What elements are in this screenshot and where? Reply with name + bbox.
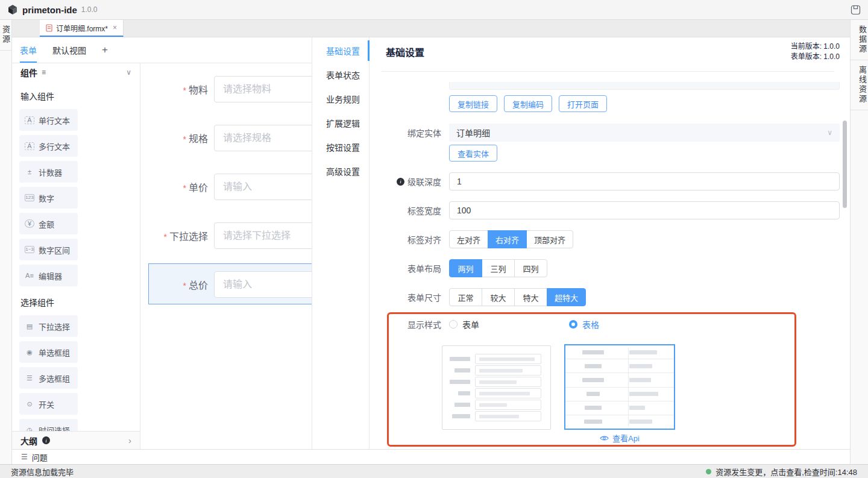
palette-item-amount[interactable]: ¥金额 [19,213,78,234]
unit-price-input[interactable] [214,174,312,200]
display-style-table-option[interactable]: 表格 [569,318,599,330]
settings-nav-button-settings[interactable]: 按钮设置 [312,135,369,159]
clock-icon: ◷ [25,426,34,432]
required-mark: * [183,183,186,193]
field-label: *总价 [140,277,214,292]
open-page-button[interactable]: 打开页面 [559,95,607,112]
right-panel-strip: 数据源 离线资源 [850,20,868,464]
form-size-group: 正常 较大 特大 超特大 [449,288,586,306]
app-logo-icon [7,4,18,15]
form-layout-row: 表单布局 两列 三列 四列 [377,259,848,277]
save-icon[interactable] [851,5,861,15]
palette-item-switch[interactable]: ⊙开关 [19,393,78,415]
menu-icon[interactable]: ≡ [42,68,46,77]
close-icon[interactable]: × [113,24,117,32]
tab-default-view[interactable]: 默认视图 [52,37,86,63]
sidebar-item-datasource[interactable]: 数据源 [851,25,868,54]
label-align-row: 标签对齐 左对齐 右对齐 顶部对齐 [377,230,848,248]
settings-title: 基础设置 [386,45,424,59]
dropdown-input[interactable] [214,222,312,249]
palette-item-label: 多选框组 [39,373,70,384]
outline-bar[interactable]: 大纲 › [12,431,140,449]
single-line-text-icon: A [25,116,34,124]
field-label-text: 规格 [189,134,208,144]
preview-column-divider [628,348,629,426]
palette-item-single-line-text[interactable]: A单行文本 [19,109,78,131]
palette-item-dropdown[interactable]: ▤下拉选择 [19,315,78,337]
material-input[interactable] [214,76,312,102]
size-normal-button[interactable]: 正常 [449,288,482,306]
copy-link-button[interactable]: 复制链接 [449,95,497,112]
align-top-button[interactable]: 顶部对齐 [526,230,573,248]
view-entity-button[interactable]: 查看实体 [449,145,497,162]
palette-item-counter[interactable]: ±计数器 [19,161,78,183]
palette-grid-select: ▤下拉选择 ◉单选框组 ☰多选框组 ⊙开关 ◷时间选择 ▦日期选择 ▥日期区间 … [19,315,133,431]
palette-item-checkbox-group[interactable]: ☰多选框组 [19,367,78,389]
canvas-field-total-price[interactable]: *总价 [140,271,312,298]
table-style-preview[interactable] [564,344,675,430]
switch-icon: ⊙ [25,400,34,408]
cascade-depth-input[interactable] [449,172,840,190]
size-xxlarge-button[interactable]: 超特大 [547,288,586,306]
form-layout-group: 两列 三列 四列 [449,259,547,277]
settings-nav-form-state[interactable]: 表单状态 [312,63,369,87]
chevron-right-icon[interactable]: › [128,435,131,445]
bind-entity-select[interactable]: 订单明细 ∨ [449,124,840,142]
form-size-label: 表单尺寸 [377,291,449,303]
add-view-button[interactable]: + [102,37,108,63]
view-api-link[interactable]: 查看Api [564,432,675,444]
problems-bar[interactable]: ☰ 问题 [12,449,850,464]
form-style-preview[interactable] [442,345,551,430]
radio-selected-icon[interactable] [569,320,577,329]
palette-item-editor[interactable]: A≡编辑器 [19,265,78,286]
display-style-form-option[interactable]: 表单 [449,318,479,330]
canvas-field-material[interactable]: *物料 [140,76,312,102]
canvas-field-spec[interactable]: *规格 [140,125,312,151]
field-label: *单价 [140,180,214,194]
copy-code-button[interactable]: 复制编码 [504,95,552,112]
info-icon [397,178,404,186]
scrollbar-thumb[interactable] [843,121,847,208]
palette-item-number-range[interactable]: 1~3数字区间 [19,239,78,260]
form-size-row: 表单尺寸 正常 较大 特大 超特大 [377,288,848,306]
title-bar: primeton-ide 1.0.0 [0,0,868,20]
four-column-button[interactable]: 四列 [514,259,547,277]
scrolled-input-partial [449,82,840,90]
chevron-down-icon[interactable]: ∨ [126,68,131,77]
settings-nav-advanced[interactable]: 高级设置 [312,159,369,183]
align-right-button[interactable]: 右对齐 [488,230,527,248]
canvas-field-unit-price[interactable]: *单价 [140,174,312,200]
palette-item-number[interactable]: 123数字 [19,187,78,209]
status-right[interactable]: 资源发生变更，点击查看,检查时间:14:48 [706,466,857,477]
version-info: 当前版本: 1.0.0 表单版本: 1.0.0 [791,42,840,62]
palette-item-label: 金额 [39,218,54,230]
palette-item-label: 下拉选择 [39,321,70,332]
spec-input[interactable] [214,125,312,151]
settings-nav-basic[interactable]: 基础设置 [312,39,369,63]
palette-item-multi-line-text[interactable]: A多行文本 [19,135,78,157]
label-width-input[interactable] [449,201,840,219]
palette-item-time-picker[interactable]: ◷时间选择 [19,419,78,431]
status-green-dot-icon [706,469,711,474]
settings-nav-business-rules[interactable]: 业务规则 [312,87,369,111]
canvas-field-dropdown[interactable]: *下拉选择 [140,222,312,249]
three-column-button[interactable]: 三列 [482,259,515,277]
settings-nav-extension-logic[interactable]: 扩展逻辑 [312,111,369,135]
sidebar-item-offline-resources[interactable]: 离线资源 [851,66,868,104]
field-label: *物料 [140,82,214,96]
document-tab[interactable]: 订单明细.formx* × [40,20,124,37]
tab-form[interactable]: 表单 [20,37,37,63]
size-large-button[interactable]: 较大 [482,288,515,306]
align-left-button[interactable]: 左对齐 [449,230,488,248]
radio-unselected-icon[interactable] [449,320,458,329]
palette-item-radio-group[interactable]: ◉单选框组 [19,341,78,363]
dropdown-icon: ▤ [25,322,34,330]
info-icon [42,436,50,444]
two-column-button[interactable]: 两列 [449,259,482,277]
field-label-text: 总价 [189,280,208,291]
form-file-icon [46,24,52,32]
size-xlarge-button[interactable]: 特大 [514,288,547,306]
total-price-input[interactable] [214,271,312,298]
cascade-depth-row: 级联深度 [377,172,848,190]
sidebar-item-resources[interactable]: 资源 [0,25,11,45]
